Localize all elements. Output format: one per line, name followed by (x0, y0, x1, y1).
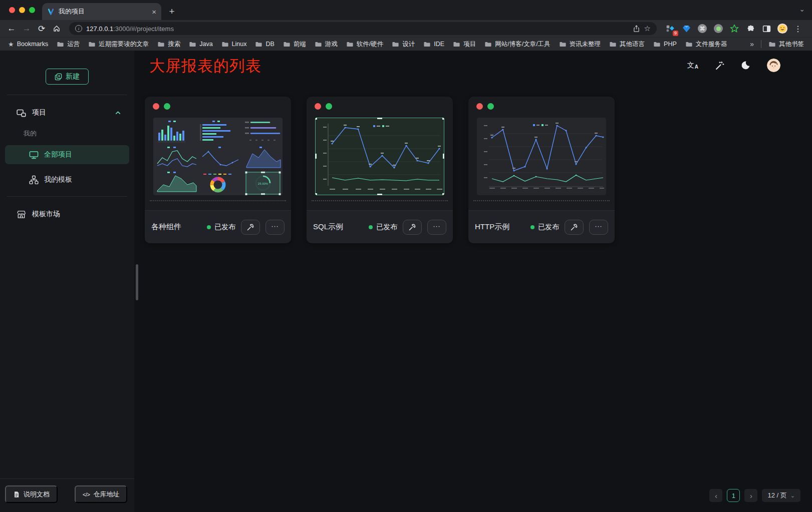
card-thumbnail-line-chart (477, 118, 606, 195)
sidebar-item-template-market[interactable]: 模板市场 (0, 206, 134, 223)
sidebar-group-mine: 我的 (0, 128, 134, 139)
docs-button[interactable]: 说明文档 (5, 485, 58, 503)
next-page-button[interactable]: › (744, 489, 757, 502)
project-card[interactable]: SQL示例 已发布 ··· (307, 97, 453, 243)
extension-gem[interactable] (681, 23, 692, 34)
bookmark-folder[interactable]: 游戏 (315, 40, 338, 49)
user-avatar[interactable] (767, 59, 780, 72)
card-thumbnail-multi-widgets: 25.00% (153, 118, 283, 195)
scrollbar-thumb[interactable] (136, 264, 138, 300)
sidebar-footer: 说明文档 </> 仓库地址 (0, 478, 134, 512)
document-icon (13, 491, 20, 498)
new-project-button[interactable]: 新建 (46, 69, 89, 85)
sidebar-group-project[interactable]: 项目 (0, 104, 134, 121)
card-thumbnail-line-chart-selected (315, 118, 444, 195)
gauge-widget-selected: 25.00% (245, 172, 281, 196)
sidebar-divider (7, 95, 127, 95)
minimize-window-button[interactable] (19, 7, 25, 13)
sidebar-item-all-projects[interactable]: 全部项目 (5, 145, 129, 164)
side-panel-button[interactable] (761, 23, 772, 34)
extension-grid-diamond[interactable]: 9 (665, 23, 676, 34)
folder-icon (685, 41, 693, 48)
bookmark-folder[interactable]: 项目 (453, 40, 476, 49)
card-red-dot (315, 103, 321, 110)
folder-icon (559, 41, 567, 48)
page-title: 大屏报表的列表 (149, 56, 261, 77)
card-green-dot (487, 103, 494, 110)
more-actions-button[interactable]: ··· (427, 220, 446, 235)
site-info-icon[interactable]: i (75, 25, 82, 32)
bookmark-folder[interactable]: 前端 (283, 40, 306, 49)
page-size-select[interactable]: 12 / 页 ⌄ (762, 489, 800, 502)
edit-project-button[interactable] (241, 220, 260, 235)
puzzle-icon (746, 25, 755, 33)
bookmarks-manager[interactable]: ★Bookmarks (8, 41, 48, 48)
dark-mode-button[interactable] (741, 61, 750, 70)
browser-tab[interactable]: 我的项目 × (42, 3, 161, 20)
language-toggle-button[interactable]: 文 A (687, 61, 698, 70)
close-window-button[interactable] (9, 7, 15, 13)
bookmark-folder[interactable]: IDE (423, 41, 444, 48)
bookmark-folder[interactable]: DB (255, 41, 274, 48)
extension-recorder[interactable] (713, 23, 724, 34)
bookmark-folder[interactable]: 近期需要读的文章 (88, 40, 149, 49)
card-green-dot (164, 103, 170, 110)
extension-command[interactable]: ⌘ (697, 23, 708, 34)
project-card[interactable]: 25.00% 各种组件 已发布 (145, 97, 291, 243)
bookmarks-overflow-chevron[interactable]: » (750, 40, 754, 48)
tab-close-icon[interactable]: × (152, 8, 156, 16)
more-actions-button[interactable]: ··· (265, 220, 285, 235)
repo-button[interactable]: </> 仓库地址 (75, 485, 127, 503)
reload-button[interactable]: ⟳ (35, 22, 48, 35)
bookmark-folder[interactable]: 文件服务器 (685, 40, 727, 49)
url-text: 127.0.0.1:3000/#/project/items (86, 25, 174, 33)
browser-toolbar: ← → ⟳ i 127.0.0.1:3000/#/project/items ☆ (0, 20, 812, 37)
bookmark-folder[interactable]: PHP (653, 41, 677, 48)
card-status: 已发布 (369, 223, 397, 232)
current-page-button[interactable]: 1 (727, 489, 740, 502)
extensions-menu-button[interactable] (745, 23, 756, 34)
bookmark-folder[interactable]: 资讯未整理 (559, 40, 601, 49)
sidebar-divider (7, 196, 127, 197)
home-button[interactable] (50, 22, 63, 35)
bookmark-folder[interactable]: 设计 (392, 40, 415, 49)
bookmark-folder[interactable]: 其他语言 (609, 40, 645, 49)
thumbnail-line-chart-image (315, 118, 444, 195)
main-content: 大屏报表的列表 文 A (134, 51, 812, 512)
folder-icon (189, 41, 196, 48)
card-dotted-separator (312, 200, 448, 201)
extension-green-star[interactable] (729, 23, 740, 34)
forward-button[interactable]: → (20, 22, 33, 35)
bookmark-star-button[interactable]: ☆ (644, 24, 651, 33)
back-button[interactable]: ← (5, 22, 18, 35)
folder-icon (453, 41, 460, 48)
address-bar[interactable]: i 127.0.0.1:3000/#/project/items ☆ (69, 22, 657, 35)
bookmark-folder[interactable]: 网站/博客/文章/工具 (484, 40, 550, 49)
bookmark-folder[interactable]: Linux (221, 41, 247, 48)
folder-icon (315, 41, 322, 48)
prev-page-button[interactable]: ‹ (709, 489, 722, 502)
tab-search-chevron-icon[interactable]: ⌄ (799, 5, 805, 13)
bookmark-folder[interactable]: 搜索 (157, 40, 180, 49)
browser-menu-button[interactable]: ⋮ (793, 24, 805, 34)
chevron-up-icon (115, 110, 121, 116)
bookmark-folder[interactable]: 软件/硬件 (346, 40, 383, 49)
more-actions-button[interactable]: ··· (589, 220, 608, 235)
project-card[interactable]: HTTP示例 已发布 ··· (468, 97, 615, 243)
green-dot-icon (714, 24, 723, 33)
edit-project-button[interactable] (403, 220, 422, 235)
folder-icon (255, 41, 262, 48)
other-bookmarks[interactable]: 其他书签 (768, 40, 804, 49)
profile-avatar[interactable] (777, 23, 788, 34)
bookmark-folder[interactable]: Java (189, 41, 212, 48)
zoom-window-button[interactable] (29, 7, 35, 13)
new-tab-button[interactable]: + (165, 5, 178, 18)
tab-strip: 我的项目 × + ⌄ (0, 0, 812, 20)
theme-wand-button[interactable] (715, 61, 724, 70)
more-icon: ··· (595, 223, 603, 230)
sidebar-item-my-templates[interactable]: 我的模板 (5, 170, 129, 189)
bookmark-folder[interactable]: 运营 (57, 40, 80, 49)
folder-icon (57, 41, 64, 48)
edit-project-button[interactable] (565, 220, 584, 235)
share-button[interactable] (633, 25, 640, 33)
